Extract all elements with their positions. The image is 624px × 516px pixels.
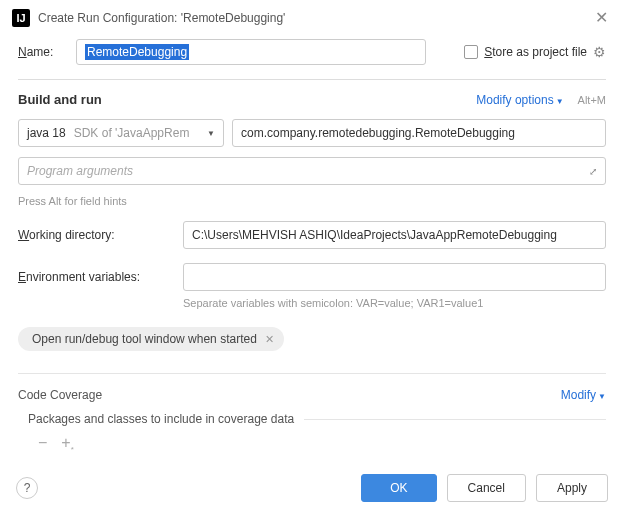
- env-variables-label: Environment variables:: [18, 270, 173, 284]
- help-button[interactable]: ?: [16, 477, 38, 499]
- chip-close-icon[interactable]: ✕: [265, 333, 274, 346]
- working-directory-input[interactable]: C:\Users\MEHVISH ASHIQ\IdeaProjects\Java…: [183, 221, 606, 249]
- name-input-value: RemoteDebugging: [85, 44, 189, 60]
- program-arguments-placeholder: Program arguments: [27, 164, 133, 178]
- name-input[interactable]: RemoteDebugging: [76, 39, 426, 65]
- titlebar: IJ Create Run Configuration: 'RemoteDebu…: [0, 0, 624, 35]
- dialog-title: Create Run Configuration: 'RemoteDebuggi…: [38, 11, 583, 25]
- chevron-down-icon: ▼: [598, 392, 606, 401]
- sdk-name: java 18: [27, 126, 66, 140]
- option-chip[interactable]: Open run/debug tool window when started …: [18, 327, 284, 351]
- code-coverage-title: Code Coverage: [18, 388, 102, 402]
- working-directory-value: C:\Users\MEHVISH ASHIQ\IdeaProjects\Java…: [192, 228, 557, 242]
- chevron-down-icon: ▼: [207, 129, 215, 138]
- env-helper-text: Separate variables with semicolon: VAR=v…: [183, 297, 606, 309]
- store-label: Store as project file: [484, 45, 587, 59]
- add-button[interactable]: +*: [61, 434, 73, 454]
- remove-button[interactable]: −: [38, 434, 47, 454]
- sdk-dropdown[interactable]: java 18 SDK of 'JavaAppRem ▼: [18, 119, 224, 147]
- apply-button[interactable]: Apply: [536, 474, 608, 502]
- env-variables-input[interactable]: [183, 263, 606, 291]
- working-directory-label: Working directory:: [18, 228, 173, 242]
- build-run-title: Build and run: [18, 92, 102, 107]
- separator: [304, 419, 606, 420]
- sdk-detail: SDK of 'JavaAppRem: [74, 126, 190, 140]
- separator: [18, 373, 606, 374]
- program-arguments-input[interactable]: Program arguments ⤢: [18, 157, 606, 185]
- name-label: Name:: [18, 45, 76, 59]
- field-hint: Press Alt for field hints: [18, 195, 606, 207]
- main-class-input[interactable]: com.company.remotedebugging.RemoteDebugg…: [232, 119, 606, 147]
- store-checkbox[interactable]: [464, 45, 478, 59]
- modify-options-link[interactable]: Modify options▼: [476, 93, 563, 107]
- expand-icon[interactable]: ⤢: [589, 166, 597, 177]
- gear-icon[interactable]: ⚙: [593, 44, 606, 60]
- close-button[interactable]: ✕: [591, 8, 612, 27]
- coverage-modify-link[interactable]: Modify▼: [561, 388, 606, 402]
- main-class-value: com.company.remotedebugging.RemoteDebugg…: [241, 126, 515, 140]
- shortcut-hint: Alt+M: [578, 94, 606, 106]
- chip-label: Open run/debug tool window when started: [32, 332, 257, 346]
- app-icon: IJ: [12, 9, 30, 27]
- ok-button[interactable]: OK: [361, 474, 436, 502]
- cancel-button[interactable]: Cancel: [447, 474, 526, 502]
- chevron-down-icon: ▼: [556, 97, 564, 106]
- coverage-subtitle: Packages and classes to include in cover…: [28, 412, 294, 426]
- separator: [18, 79, 606, 80]
